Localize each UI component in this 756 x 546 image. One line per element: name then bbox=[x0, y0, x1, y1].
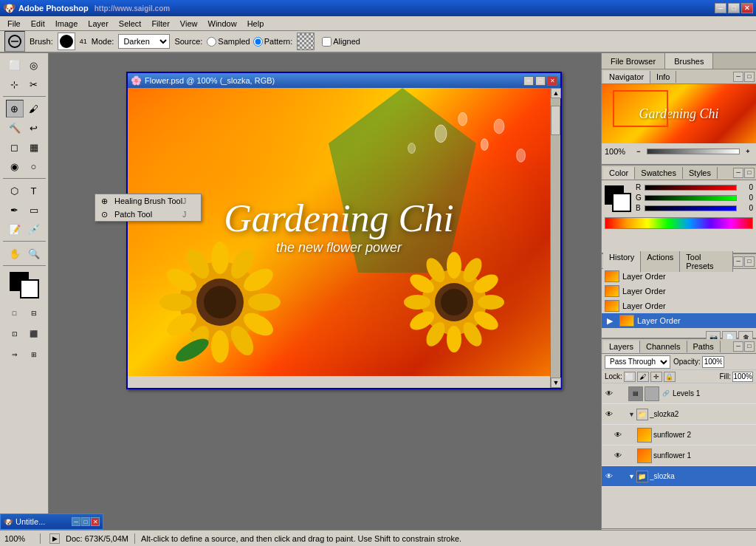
tab-layers[interactable]: Layers bbox=[603, 341, 640, 353]
history-item-1[interactable]: Layer Order bbox=[602, 284, 756, 298]
nav-viewbox[interactable] bbox=[613, 90, 668, 127]
tool-path[interactable]: ⬡ bbox=[6, 182, 24, 199]
menu-select[interactable]: Select bbox=[114, 18, 146, 29]
layer-item-levels1[interactable]: 👁 ▤ 🔗 Levels 1 bbox=[602, 383, 756, 404]
tab-actions[interactable]: Actions bbox=[641, 251, 680, 272]
mode-select[interactable]: Darken Normal Lighten bbox=[118, 34, 170, 49]
tool-heal[interactable]: ⊕ bbox=[6, 100, 24, 117]
b-slider[interactable] bbox=[645, 205, 737, 211]
nav-zoom-out[interactable]: − bbox=[633, 146, 644, 157]
background-color[interactable] bbox=[20, 279, 39, 298]
tab-tool-presets[interactable]: Tool Presets bbox=[680, 251, 733, 272]
menu-layer[interactable]: Layer bbox=[83, 18, 113, 29]
layers-list[interactable]: 👁 ▤ 🔗 Levels 1 👁 ▼ 📁 _slozka2 bbox=[602, 383, 756, 528]
layers-expand[interactable]: □ bbox=[744, 341, 755, 352]
image-minimize[interactable]: ─ bbox=[523, 76, 534, 86]
opacity-input[interactable] bbox=[702, 356, 724, 368]
menu-edit[interactable]: Edit bbox=[27, 18, 49, 29]
g-slider[interactable] bbox=[645, 195, 737, 201]
maximize-button[interactable]: □ bbox=[728, 3, 740, 13]
tab-file-browser[interactable]: File Browser bbox=[602, 53, 665, 69]
eye-slozka2[interactable]: 👁 bbox=[603, 409, 615, 420]
layer-item-slozka2[interactable]: 👁 ▼ 📁 _slozka2 bbox=[602, 404, 756, 425]
tool-shape[interactable]: ▭ bbox=[25, 201, 43, 219]
scroll-up[interactable]: ▲ bbox=[551, 88, 561, 98]
tool-rectangle-select[interactable]: ⬜ bbox=[6, 56, 24, 74]
tab-history[interactable]: History bbox=[603, 251, 641, 273]
lock-all[interactable]: 🔒 bbox=[664, 372, 676, 382]
tool-hand[interactable]: ✋ bbox=[6, 245, 24, 262]
menu-file[interactable]: File bbox=[3, 18, 25, 29]
group-arrow-slozka[interactable]: ▼ bbox=[628, 473, 635, 480]
tab-color[interactable]: Color bbox=[603, 167, 635, 180]
pattern-radio[interactable] bbox=[253, 37, 263, 47]
menu-help[interactable]: Help bbox=[243, 18, 269, 29]
tab-paths[interactable]: Paths bbox=[687, 341, 721, 352]
tool-notes[interactable]: 📝 bbox=[6, 220, 24, 238]
tool-dodge[interactable]: ○ bbox=[25, 157, 43, 175]
tab-brushes[interactable]: Brushes bbox=[665, 53, 713, 69]
tool-stamp[interactable]: 🔨 bbox=[6, 119, 24, 137]
tool-slice[interactable]: ✂ bbox=[25, 75, 43, 93]
layer-item-sunflower1[interactable]: 👁 sunflower 1 bbox=[602, 446, 756, 466]
image-maximize[interactable]: □ bbox=[535, 76, 546, 86]
menu-view[interactable]: View bbox=[176, 18, 202, 29]
history-item-2[interactable]: Layer Order bbox=[602, 298, 756, 313]
tab-navigator[interactable]: Navigator bbox=[603, 71, 650, 83]
scroll-down[interactable]: ▼ bbox=[551, 378, 561, 388]
taskbar-item[interactable]: 🐶 Untitle... ─ □ ✕ bbox=[0, 513, 103, 530]
color-spectrum[interactable] bbox=[605, 217, 753, 229]
canvas-area[interactable]: 🌸 Flower.psd @ 100% (_slozka, RGB) ─ □ ✕ bbox=[49, 53, 601, 546]
menu-filter[interactable]: Filter bbox=[147, 18, 173, 29]
placeholder-btn[interactable]: ⊞ bbox=[25, 346, 43, 364]
quickmask-mode[interactable]: ⊟ bbox=[25, 304, 43, 322]
sampled-radio[interactable] bbox=[207, 37, 216, 47]
sampled-option[interactable]: Sampled bbox=[207, 37, 250, 47]
nav-expand[interactable]: □ bbox=[744, 72, 755, 82]
taskbar-close[interactable]: ✕ bbox=[91, 517, 100, 526]
tab-info[interactable]: Info bbox=[650, 71, 676, 83]
layers-minimize[interactable]: ─ bbox=[733, 341, 743, 352]
layer-item-slozka[interactable]: 👁 ▼ 📁 _slozka bbox=[602, 466, 756, 487]
group-arrow-slozka2[interactable]: ▼ bbox=[628, 411, 635, 418]
tool-blur[interactable]: ◉ bbox=[6, 157, 24, 175]
nav-zoom-in[interactable]: + bbox=[743, 146, 753, 157]
tool-gradient[interactable]: ▦ bbox=[25, 138, 43, 156]
eye-sunflower2[interactable]: 👁 bbox=[612, 429, 624, 441]
layer-item-sunflower2[interactable]: 👁 sunflower 2 bbox=[602, 425, 756, 446]
image-close[interactable]: ✕ bbox=[547, 76, 557, 86]
context-item-heal[interactable]: ⊕ Healing Brush Tool J bbox=[95, 194, 201, 208]
lock-image[interactable]: 🖌 bbox=[637, 372, 649, 382]
close-button[interactable]: ✕ bbox=[741, 3, 753, 13]
tool-icon[interactable] bbox=[4, 31, 25, 52]
status-arrow[interactable]: ▶ bbox=[49, 533, 60, 544]
taskbar-minimize[interactable]: ─ bbox=[72, 517, 80, 526]
tool-type[interactable]: T bbox=[25, 182, 43, 199]
layers-mode-select[interactable]: Pass Through Normal Multiply bbox=[605, 355, 670, 369]
eye-sunflower1[interactable]: 👁 bbox=[612, 450, 624, 462]
jump-to-ir[interactable]: ⇒ bbox=[6, 346, 24, 364]
taskbar-restore[interactable]: □ bbox=[81, 517, 90, 526]
tab-channels[interactable]: Channels bbox=[640, 341, 687, 352]
tab-swatches[interactable]: Swatches bbox=[635, 167, 683, 179]
nav-slider[interactable] bbox=[647, 149, 740, 154]
full-view[interactable]: ⬛ bbox=[25, 325, 43, 343]
menu-image[interactable]: Image bbox=[51, 18, 83, 29]
tool-zoom[interactable]: 🔍 bbox=[25, 245, 43, 262]
tool-lasso[interactable]: ◎ bbox=[25, 56, 43, 74]
history-item-3[interactable]: ▶ Layer Order bbox=[602, 313, 756, 328]
bg-mini-color[interactable] bbox=[612, 193, 631, 212]
aligned-option[interactable]: Aligned bbox=[322, 37, 360, 47]
color-minimize[interactable]: ─ bbox=[733, 168, 743, 178]
standard-mode[interactable]: □ bbox=[6, 304, 24, 322]
color-expand[interactable]: □ bbox=[744, 168, 755, 178]
r-slider[interactable] bbox=[645, 185, 737, 191]
tool-brush[interactable]: 🖌 bbox=[25, 100, 43, 117]
tool-eraser[interactable]: ◻ bbox=[6, 138, 24, 156]
tool-pen[interactable]: ✒ bbox=[6, 201, 24, 219]
history-minimize[interactable]: ─ bbox=[733, 256, 743, 267]
scroll-thumb[interactable] bbox=[551, 106, 560, 135]
history-list[interactable]: Layer Order Layer Order Layer Order ▶ La… bbox=[602, 269, 756, 330]
tool-history-brush[interactable]: ↩ bbox=[25, 119, 43, 137]
tool-crop[interactable]: ⊹ bbox=[6, 75, 24, 93]
